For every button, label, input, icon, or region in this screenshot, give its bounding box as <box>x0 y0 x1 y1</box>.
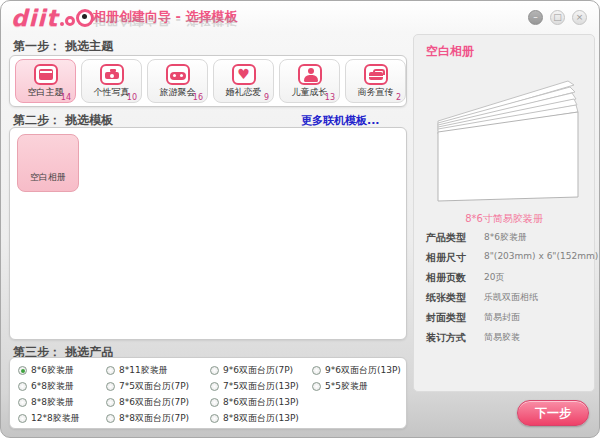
product-label: 7*5双面台历(7P) <box>119 380 189 393</box>
radio-icon <box>210 414 219 423</box>
product-label: 8*8双面台历(7P) <box>119 412 189 425</box>
camera-icon <box>100 64 124 85</box>
theme-count-badge: 14 <box>61 93 71 102</box>
detail-row: 相册页数 20页 <box>426 271 588 287</box>
detail-value: 简易封面 <box>484 311 520 327</box>
theme-label: 个性写真 <box>94 86 130 99</box>
theme-count-badge: 13 <box>325 93 335 102</box>
detail-value: 乐凯双面相纸 <box>484 291 538 307</box>
theme-count-badge: 2 <box>396 93 401 102</box>
child-icon <box>298 64 322 85</box>
product-radio[interactable]: 8*6双面台历(13P) <box>210 396 299 409</box>
sidebar-product-link[interactable]: 8*6寸简易胶装册 <box>414 212 594 226</box>
minimize-button[interactable]: – <box>528 10 543 25</box>
product-label: 6*8胶装册 <box>31 380 74 393</box>
radio-icon <box>106 414 115 423</box>
logo-eye-icon <box>76 9 94 27</box>
detail-row: 产品类型 8*6胶装册 <box>426 231 588 247</box>
theme-button-travel[interactable]: 旅游聚会 16 <box>147 59 208 103</box>
more-templates-link[interactable]: 更多联机模板... <box>301 113 380 128</box>
product-label: 8*6双面台历(13P) <box>223 396 299 409</box>
product-radio[interactable]: 8*6双面台历(7P) <box>106 396 189 409</box>
radio-icon <box>312 382 321 391</box>
album-icon <box>34 64 58 85</box>
template-panel: 空白相册 <box>9 127 407 340</box>
album-wizard-window: diit 相册创建向导 - 选择模板 相册创建向导 - 选择模板 – □ × 第… <box>0 0 600 438</box>
heart-icon: ♥ <box>232 64 256 85</box>
product-label: 12*8胶装册 <box>31 412 80 425</box>
radio-icon <box>210 398 219 407</box>
product-radio[interactable]: 5*5胶装册 <box>312 380 368 393</box>
detail-label: 产品类型 <box>426 231 484 247</box>
product-label: 5*5胶装册 <box>325 380 368 393</box>
product-radio[interactable]: 7*5双面台历(13P) <box>210 380 299 393</box>
theme-label: 空白主题 <box>28 86 64 99</box>
detail-label: 相册页数 <box>426 271 484 287</box>
page-title-reflection: 相册创建向导 - 选择模板 <box>93 18 237 29</box>
detail-row: 相册尺寸 8"(203mm) x 6"(152mm) <box>426 251 588 267</box>
radio-icon <box>18 414 27 423</box>
preview-sidebar: 空白相册 8*6寸简易胶装册 产品类型 8*6胶装册 相册尺寸 8"(203mm… <box>413 34 595 392</box>
detail-value: 8*6胶装册 <box>484 231 527 247</box>
theme-label: 商务宣传 <box>358 86 394 99</box>
product-radio[interactable]: 9*6双面台历(7P) <box>210 364 293 377</box>
theme-button-business[interactable]: 商务宣传 2 <box>345 59 406 103</box>
detail-row: 装订方式 简易胶装 <box>426 331 588 347</box>
product-panel: 8*6胶装册 8*11胶装册 9*6双面台历(7P) 9*6双面台历(13P) … <box>9 357 407 429</box>
next-step-button[interactable]: 下一步 <box>517 400 589 426</box>
product-label: 8*6胶装册 <box>31 364 74 377</box>
product-label: 8*8胶装册 <box>31 396 74 409</box>
theme-button-portrait[interactable]: 个性写真 10 <box>81 59 142 103</box>
template-thumb-blank-album[interactable]: 空白相册 <box>17 134 79 192</box>
radio-icon <box>18 398 27 407</box>
product-radio[interactable]: 8*11胶装册 <box>106 364 168 377</box>
theme-button-children[interactable]: 儿童成长 13 <box>279 59 340 103</box>
product-radio[interactable]: 6*8胶装册 <box>18 380 74 393</box>
radio-icon <box>210 382 219 391</box>
theme-button-blank[interactable]: 空白主题 14 <box>15 59 76 103</box>
detail-label: 封面类型 <box>426 311 484 327</box>
car-icon <box>166 64 190 85</box>
product-radio[interactable]: 8*8双面台历(7P) <box>106 412 189 425</box>
product-radio[interactable]: 8*6胶装册 <box>18 364 74 377</box>
detail-value: 8"(203mm) x 6"(152mm) <box>484 251 598 267</box>
theme-label: 儿童成长 <box>292 86 328 99</box>
radio-icon <box>106 398 115 407</box>
logo-small-eye-icon <box>65 16 75 26</box>
detail-value: 20页 <box>484 271 504 287</box>
radio-icon <box>106 366 115 375</box>
template-thumb-label: 空白相册 <box>18 171 78 184</box>
theme-label: 婚礼恋爱 <box>226 86 262 99</box>
detail-label: 装订方式 <box>426 331 484 347</box>
product-radio[interactable]: 8*8双面台历(13P) <box>210 412 299 425</box>
detail-value: 简易胶装 <box>484 331 520 347</box>
theme-panel: 空白主题 14 个性写真 10 旅游聚会 16 ♥ 婚礼恋爱 9 儿童成长 13… <box>9 55 407 107</box>
product-radio[interactable]: 12*8胶装册 <box>18 412 80 425</box>
detail-row: 纸张类型 乐凯双面相纸 <box>426 291 588 307</box>
radio-icon <box>312 366 321 375</box>
theme-button-wedding[interactable]: ♥ 婚礼恋爱 9 <box>213 59 274 103</box>
product-radio[interactable]: 7*5双面台历(7P) <box>106 380 189 393</box>
theme-label: 旅游聚会 <box>160 86 196 99</box>
product-label: 7*5双面台历(13P) <box>223 380 299 393</box>
radio-icon <box>18 382 27 391</box>
logo-text: diit <box>11 5 58 31</box>
radio-icon <box>210 366 219 375</box>
product-label: 9*6双面台历(13P) <box>325 364 401 377</box>
theme-count-badge: 16 <box>193 93 203 102</box>
logo-dot-icon <box>60 22 64 26</box>
briefcase-icon <box>364 64 388 85</box>
product-label: 8*11胶装册 <box>119 364 168 377</box>
detail-label: 相册尺寸 <box>426 251 484 267</box>
detail-label: 纸张类型 <box>426 291 484 307</box>
maximize-button[interactable]: □ <box>550 10 565 25</box>
sidebar-title: 空白相册 <box>426 43 474 60</box>
product-radio[interactable]: 8*8胶装册 <box>18 396 74 409</box>
product-radio[interactable]: 9*6双面台历(13P) <box>312 364 401 377</box>
radio-icon <box>106 382 115 391</box>
theme-count-badge: 9 <box>264 93 269 102</box>
product-label: 8*8双面台历(13P) <box>223 412 299 425</box>
theme-count-badge: 10 <box>127 93 137 102</box>
step1-label: 第一步： 挑选主题 <box>13 38 113 55</box>
close-button[interactable]: × <box>572 10 587 25</box>
